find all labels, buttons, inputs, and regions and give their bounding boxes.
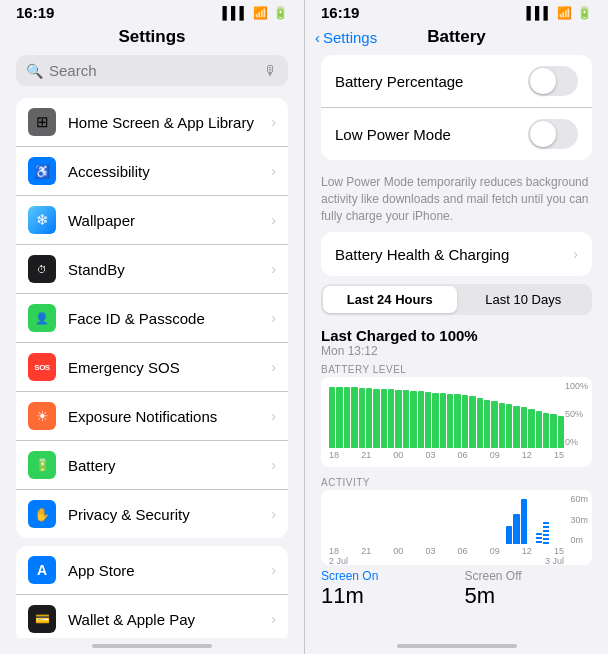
battery-bar [336,387,342,449]
battery-health-item[interactable]: Battery Health & Charging › [321,232,592,276]
battery-bar [403,390,409,449]
time-tabs: Last 24 Hours Last 10 Days [321,284,592,315]
battery-label: Battery [68,457,271,474]
left-status-icons: ▌▌▌ 📶 🔋 [222,6,288,20]
battery-level-label: BATTERY LEVEL [321,364,592,375]
activity-bar [513,514,519,544]
battery-bar [366,388,372,448]
battery-bar [536,411,542,449]
battery-bars [325,383,588,448]
low-power-toggle[interactable] [528,119,578,149]
sidebar-item-sos[interactable]: SOS Emergency SOS › [16,343,288,392]
battery-x-labels: 18 21 00 03 06 09 12 15 [325,448,588,460]
tab-last-24-hours[interactable]: Last 24 Hours [323,286,457,313]
screen-off-label: Screen Off [465,569,593,583]
faceid-label: Face ID & Passcode [68,310,271,327]
battery-bar [418,391,424,448]
sidebar-item-wallet[interactable]: 💳 Wallet & Apple Pay › [16,595,288,638]
search-icon: 🔍 [26,63,43,79]
sidebar-item-accessibility[interactable]: ♿ Accessibility › [16,147,288,196]
ay-60: 60m [570,494,588,504]
privacy-label: Privacy & Security [68,506,271,523]
ax-21: 21 [361,546,371,556]
sidebar-item-privacy[interactable]: ✋ Privacy & Security › [16,490,288,538]
toggle-knob [530,68,556,94]
battery-health-chevron: › [573,246,578,262]
x-06: 06 [458,450,468,460]
battery-bar [528,409,534,448]
battery-bar [454,394,460,448]
r-battery-icon: 🔋 [577,6,592,20]
date-3jul: 3 Jul [545,556,564,565]
activity-section: ACTIVITY 60m 30m 0m 18 21 00 03 06 09 12… [305,473,608,565]
y-label-50: 50% [565,409,588,419]
back-button[interactable]: ‹ Settings [315,29,377,46]
chevron-icon: › [271,359,276,375]
appstore-label: App Store [68,562,271,579]
settings-group-2: A App Store › 💳 Wallet & Apple Pay › [16,546,288,638]
ay-0: 0m [570,535,588,545]
search-input[interactable] [49,62,258,79]
battery-health-group: Battery Health & Charging › [321,232,592,276]
sidebar-item-wallpaper[interactable]: ❄ Wallpaper › [16,196,288,245]
settings-group-1: ⊞ Home Screen & App Library › ♿ Accessib… [16,98,288,538]
battery-toggles-group: Battery Percentage Low Power Mode [321,55,592,160]
sidebar-item-appstore[interactable]: A App Store › [16,546,288,595]
search-bar[interactable]: 🔍 🎙 [16,55,288,86]
activity-bar [506,526,512,545]
battery-bar [388,389,394,448]
battery-bar [440,393,446,448]
sos-label: Emergency SOS [68,359,271,376]
y-label-0: 0% [565,437,588,447]
x-21: 21 [361,450,371,460]
ax-12: 12 [522,546,532,556]
battery-percentage-toggle[interactable] [528,66,578,96]
home-screen-icon: ⊞ [28,108,56,136]
x-15: 15 [554,450,564,460]
tab-last-10-days[interactable]: Last 10 Days [457,286,591,313]
activity-bar [536,533,542,544]
home-indicator [92,644,212,648]
battery-bar [506,404,512,448]
activity-label: ACTIVITY [321,477,592,488]
activity-x-labels: 18 21 00 03 06 09 12 15 [325,544,588,556]
x-03: 03 [425,450,435,460]
x-00: 00 [393,450,403,460]
chevron-icon: › [271,114,276,130]
screen-on-value: 11m [321,583,449,609]
battery-bar [484,400,490,449]
low-power-description: Low Power Mode temporarily reduces backg… [321,168,592,224]
low-power-mode-label: Low Power Mode [335,126,528,143]
screen-off-stat: Screen Off 5m [465,569,593,609]
sidebar-item-home-screen[interactable]: ⊞ Home Screen & App Library › [16,98,288,147]
battery-icon: 🔋 [273,6,288,20]
sidebar-item-exposure[interactable]: ☀ Exposure Notifications › [16,392,288,441]
left-status-bar: 16:19 ▌▌▌ 📶 🔋 [0,0,304,23]
exposure-icon: ☀ [28,402,56,430]
battery-bar [447,394,453,449]
sidebar-item-battery[interactable]: 🔋 Battery › [16,441,288,490]
r-wifi-icon: 📶 [557,6,572,20]
chevron-icon: › [271,611,276,627]
screen-off-value: 5m [465,583,593,609]
x-18: 18 [329,450,339,460]
standby-icon: ⏱ [28,255,56,283]
battery-bar [432,393,438,449]
battery-content: Battery Percentage Low Power Mode Low Po… [305,55,608,638]
sos-icon: SOS [28,353,56,381]
sidebar-item-faceid[interactable]: 👤 Face ID & Passcode › [16,294,288,343]
battery-bar [344,387,350,449]
ax-15: 15 [554,546,564,556]
back-chevron-icon: ‹ [315,29,320,46]
battery-bar [395,390,401,449]
mic-icon: 🎙 [264,63,278,79]
battery-bar [410,391,416,449]
battery-level-section: BATTERY LEVEL 100% 50% 0% 18 21 00 03 06… [305,360,608,467]
activity-y-labels: 60m 30m 0m [570,494,588,545]
battery-bar [491,401,497,448]
sidebar-item-standby[interactable]: ⏱ StandBy › [16,245,288,294]
chevron-icon: › [271,261,276,277]
toggle-knob-lp [530,121,556,147]
ax-03: 03 [425,546,435,556]
ax-18: 18 [329,546,339,556]
